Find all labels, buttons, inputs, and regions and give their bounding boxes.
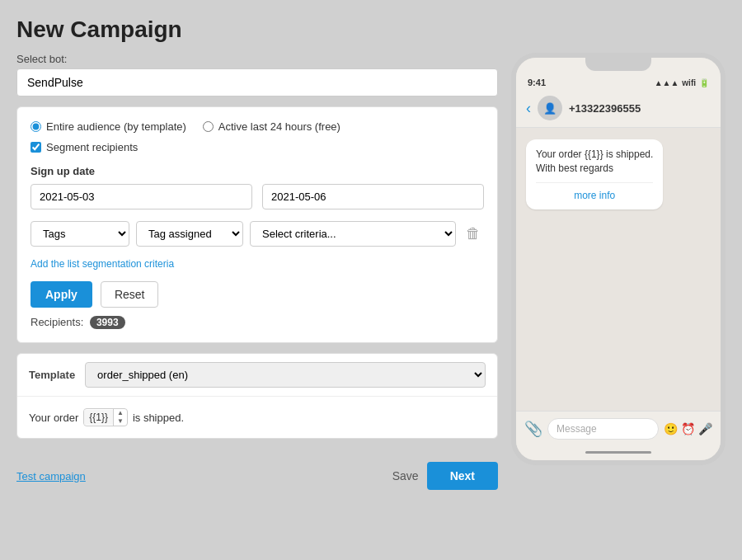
tag-assigned-select[interactable]: Tag assigned bbox=[136, 221, 243, 247]
recipients-label: Recipients: bbox=[31, 316, 83, 328]
page-title: New Campaign bbox=[16, 16, 726, 43]
variable-down-btn[interactable]: ▼ bbox=[114, 417, 127, 426]
bot-select[interactable]: SendPulse bbox=[16, 68, 498, 96]
attach-icon[interactable]: 📎 bbox=[524, 420, 542, 438]
home-bar bbox=[585, 451, 651, 454]
reset-button[interactable]: Reset bbox=[101, 281, 159, 308]
recipients-badge: 3993 bbox=[90, 316, 125, 329]
audience-option-1[interactable]: Entire audience (by template) bbox=[31, 120, 186, 133]
tags-select[interactable]: Tags bbox=[31, 221, 129, 247]
signal-icon: ▲▲▲ bbox=[655, 78, 679, 87]
audience-option-1-label: Entire audience (by template) bbox=[46, 120, 186, 133]
signup-date-label: Sign up date bbox=[31, 165, 484, 177]
phone-time: 9:41 bbox=[528, 78, 546, 87]
segment-recipients-checkbox[interactable]: Segment recipients bbox=[31, 141, 484, 153]
add-criteria-link[interactable]: Add the list segmentation criteria bbox=[31, 258, 174, 270]
template-label: Template bbox=[29, 369, 75, 381]
message-input[interactable]: Message bbox=[547, 418, 659, 440]
save-button[interactable]: Save bbox=[392, 469, 419, 482]
wifi-icon: wifi bbox=[682, 78, 696, 87]
apply-button[interactable]: Apply bbox=[31, 281, 92, 308]
sticker-icon[interactable]: 🙂 bbox=[664, 422, 678, 435]
contact-name: +13322396555 bbox=[569, 102, 641, 115]
back-arrow-icon[interactable]: ‹ bbox=[526, 100, 531, 117]
message-text: Your order {{1}} is shipped. With best r… bbox=[536, 148, 653, 176]
variable-up-btn[interactable]: ▲ bbox=[114, 409, 127, 417]
template-prefix: Your order bbox=[29, 412, 78, 424]
mic-icon[interactable]: 🎤 bbox=[698, 422, 712, 435]
variable-value: {{1}} bbox=[84, 410, 113, 425]
clock-icon[interactable]: ⏰ bbox=[681, 422, 695, 435]
phone-mockup: 9:41 ▲▲▲ wifi 🔋 ‹ 👤 +13322396555 Your or… bbox=[511, 53, 726, 465]
message-bubble: Your order {{1}} is shipped. With best r… bbox=[526, 139, 663, 209]
battery-icon: 🔋 bbox=[699, 78, 709, 87]
audience-option-2[interactable]: Active last 24 hours (free) bbox=[203, 120, 340, 133]
audience-option-2-label: Active last 24 hours (free) bbox=[218, 120, 340, 133]
select-bot-label: Select bot: bbox=[16, 53, 498, 65]
criteria-select[interactable]: Select criteria... bbox=[250, 221, 456, 247]
date-end-input[interactable] bbox=[262, 184, 484, 209]
date-start-input[interactable] bbox=[31, 184, 252, 209]
delete-filter-btn[interactable]: 🗑 bbox=[463, 224, 484, 244]
template-select[interactable]: order_shipped (en) bbox=[85, 362, 486, 388]
contact-avatar: 👤 bbox=[538, 96, 562, 120]
next-button[interactable]: Next bbox=[427, 462, 498, 490]
segment-recipients-label: Segment recipients bbox=[46, 141, 138, 153]
variable-widget[interactable]: {{1}} ▲ ▼ bbox=[83, 408, 128, 426]
more-info-link[interactable]: more info bbox=[536, 182, 653, 201]
test-campaign-btn[interactable]: Test campaign bbox=[16, 470, 86, 482]
template-suffix: is shipped. bbox=[133, 412, 184, 424]
